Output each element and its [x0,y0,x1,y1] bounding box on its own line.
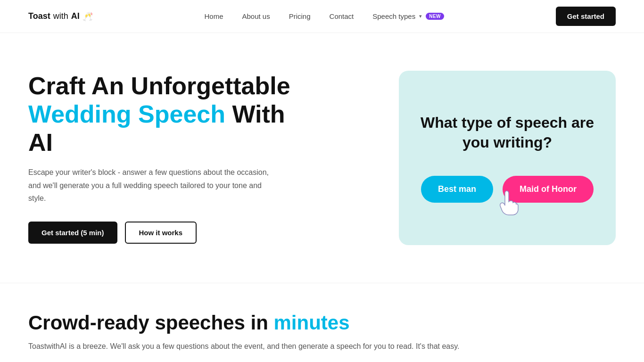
speech-type-card: What type of speech are you writing? Bes… [399,71,616,245]
nav-speech-types[interactable]: Speech types ▾ NEW [372,12,444,20]
cursor-hand-icon [495,189,519,217]
logo-ai: AI [71,11,80,21]
hero-title-line1: Craft An Unforgettable [28,72,290,99]
crowd-description: ToastwithAI is a breeze. We'll ask you a… [28,340,616,353]
speech-card-buttons: Best man Maid of Honor [421,176,594,203]
navbar: Toast with AI 🥂 Home About us Pricing Co… [0,0,644,33]
logo-with: with [53,11,68,21]
hero-title-cyan: Wedding Speech [28,100,225,128]
chevron-down-icon: ▾ [419,13,422,19]
how-it-works-button[interactable]: How it works [125,222,197,244]
nav-pricing[interactable]: Pricing [289,12,311,20]
crowd-title: Crowd-ready speeches in minutes [28,312,616,334]
logo-emoji: 🥂 [83,11,93,22]
brand-logo[interactable]: Toast with AI 🥂 [28,11,93,22]
nav-home[interactable]: Home [204,12,223,20]
nav-get-started-button[interactable]: Get started [556,7,616,26]
get-started-5min-button[interactable]: Get started (5 min) [28,222,117,244]
nav-speech-types-label[interactable]: Speech types [372,12,415,20]
logo-toast: Toast [28,11,50,21]
crowd-section: Crowd-ready speeches in minutes Toastwit… [0,283,644,362]
hero-buttons: Get started (5 min) How it works [28,222,302,244]
hero-section: Craft An Unforgettable Wedding Speech Wi… [0,33,644,273]
speech-card-title: What type of speech are you writing? [418,113,597,152]
hero-title: Craft An Unforgettable Wedding Speech Wi… [28,72,302,156]
nav-about[interactable]: About us [242,12,270,20]
nav-contact[interactable]: Contact [330,12,354,20]
new-badge: NEW [426,13,444,20]
crowd-title-cyan: minutes [274,312,350,334]
best-man-button[interactable]: Best man [421,176,493,203]
hero-right: What type of speech are you writing? Bes… [399,71,616,245]
hero-description: Escape your writer's block - answer a fe… [28,166,273,205]
crowd-title-main: Crowd-ready speeches in [28,312,268,334]
hero-left: Craft An Unforgettable Wedding Speech Wi… [28,72,302,244]
nav-links: Home About us Pricing Contact Speech typ… [204,12,444,21]
